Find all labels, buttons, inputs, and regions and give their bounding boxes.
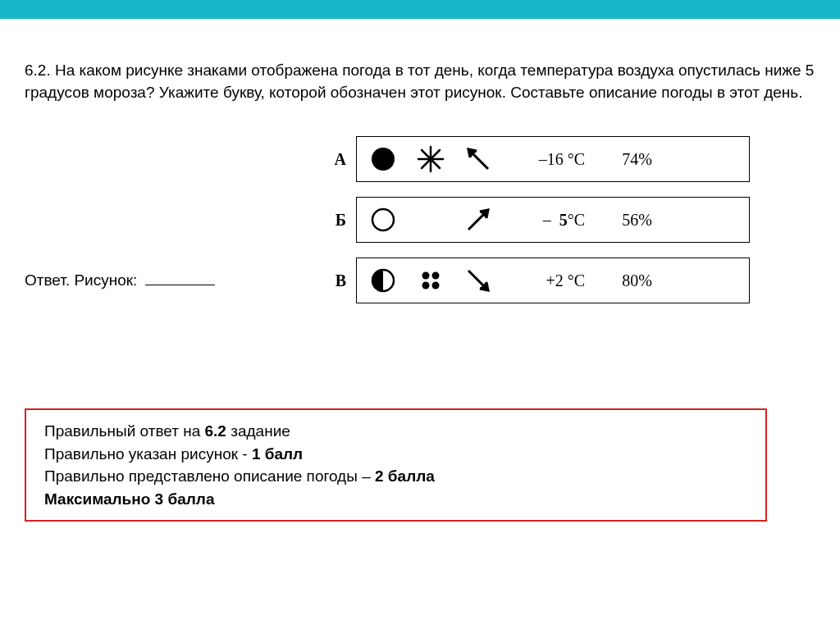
rain-dots-icon <box>416 266 445 295</box>
wind-arrow-icon <box>463 144 493 174</box>
scoring-line-2: Правильно указан рисунок - 1 балл <box>44 443 747 466</box>
svg-point-7 <box>422 272 430 280</box>
option-row-a: А <box>328 136 815 182</box>
humidity-value: 56% <box>603 211 652 230</box>
svg-point-8 <box>432 272 440 280</box>
main-area: Ответ. Рисунок: А <box>25 136 815 318</box>
scoring-line-3: Правильно представлено описание погоды –… <box>44 465 747 488</box>
temperature-value: +2 °С <box>511 271 585 290</box>
answer-label: Ответ. Рисунок: <box>25 271 137 289</box>
answer-column: Ответ. Рисунок: <box>25 136 304 289</box>
option-box: – 5°С 56% <box>356 197 750 243</box>
answer-blank <box>145 285 215 285</box>
answer-label-row: Ответ. Рисунок: <box>25 271 304 289</box>
scoring-line-4: Максимально 3 балла <box>44 488 747 511</box>
svg-point-10 <box>432 282 440 289</box>
temperature-value: –16 °С <box>511 150 585 169</box>
option-row-b: Б – 5°С 56% <box>328 197 815 243</box>
humidity-value: 74% <box>603 150 652 169</box>
cloud-half-icon <box>368 266 398 295</box>
option-label: А <box>328 150 346 169</box>
option-box: –16 °С 74% <box>356 136 750 182</box>
svg-point-0 <box>372 148 395 171</box>
option-label: Б <box>328 211 346 230</box>
cloud-full-icon <box>368 144 398 174</box>
option-row-v: В <box>328 258 815 303</box>
option-label: В <box>328 271 346 290</box>
scoring-box: Правильный ответ на 6.2 задание Правильн… <box>25 408 767 522</box>
top-bar <box>0 0 840 19</box>
wind-arrow-icon <box>463 266 493 295</box>
question-body: На каком рисунке знаками отображена пого… <box>25 62 814 101</box>
svg-point-9 <box>422 282 430 289</box>
temperature-value: – 5°С <box>511 211 585 230</box>
question-number: 6.2. <box>25 62 51 79</box>
option-box: +2 °С 80% <box>356 258 750 303</box>
wind-arrow-icon <box>463 205 493 235</box>
humidity-value: 80% <box>603 271 652 290</box>
question-text: 6.2. На каком рисунке знаками отображена… <box>25 60 815 103</box>
cloud-clear-icon <box>368 205 398 235</box>
no-precipitation-icon <box>416 205 445 235</box>
content-area: 6.2. На каком рисунке знаками отображена… <box>0 19 840 538</box>
options-column: А <box>328 136 815 318</box>
snow-icon <box>416 144 445 174</box>
svg-point-5 <box>372 209 394 230</box>
scoring-line-1: Правильный ответ на 6.2 задание <box>44 420 747 443</box>
